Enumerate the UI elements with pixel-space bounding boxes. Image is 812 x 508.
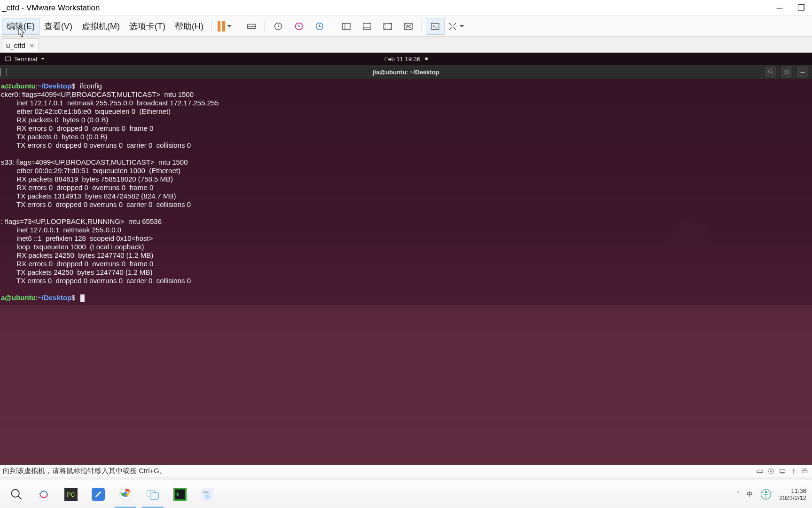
- menu-vm[interactable]: 虚拟机(M): [77, 18, 125, 35]
- gnome-clock[interactable]: Feb 11 19:36: [384, 56, 428, 63]
- tray-accessibility-icon[interactable]: [759, 488, 773, 501]
- menu-help[interactable]: 帮助(H): [170, 18, 208, 35]
- device-network-icon[interactable]: [778, 467, 787, 476]
- terminal-menu-button[interactable]: [781, 66, 792, 78]
- clock-back-icon: [294, 21, 304, 32]
- terminal-titlebar[interactable]: jia@ubuntu: ~/Desktop ─: [0, 65, 812, 79]
- tray-date: 2023/2/12: [779, 494, 806, 501]
- svg-point-29: [205, 494, 210, 500]
- stretch-button[interactable]: [446, 18, 465, 35]
- separator: [265, 20, 265, 32]
- svg-text:LIVE: LIVE: [203, 491, 210, 494]
- device-hdd-icon[interactable]: [756, 467, 764, 476]
- terminal-search-button[interactable]: [765, 66, 776, 78]
- device-cd-icon[interactable]: [767, 467, 775, 476]
- snapshot-take-button[interactable]: [269, 18, 288, 35]
- cursor-icon: [80, 294, 85, 302]
- fullscreen-button[interactable]: [378, 18, 397, 35]
- taskbar-copilot-button[interactable]: [30, 483, 57, 506]
- tray-chevron-icon[interactable]: ˄: [737, 491, 740, 498]
- svg-point-12: [769, 468, 774, 474]
- svg-rect-26: [175, 489, 185, 499]
- vmware-icon: [146, 488, 159, 501]
- keyboard-icon: [246, 21, 257, 32]
- taskbar-chrome-button[interactable]: [112, 483, 139, 506]
- search-icon: [10, 488, 23, 501]
- send-ctrl-alt-del-button[interactable]: [242, 18, 261, 35]
- terminal-output: cker0: flags=4099<UP,BROADCAST,MULTICAST…: [1, 90, 219, 285]
- taskbar-pycharm-button[interactable]: PC: [57, 483, 85, 506]
- terminal-title: jia@ubuntu: ~/Desktop: [373, 69, 439, 76]
- vmware-statusbar: 向到该虚拟机，请将鼠标指针移入其中或按 Ctrl+G。: [0, 465, 812, 477]
- svg-rect-14: [780, 469, 785, 473]
- maximize-button[interactable]: ❐: [790, 0, 812, 16]
- clock-manage-icon: [314, 21, 325, 32]
- svg-point-10: [768, 70, 772, 73]
- terminal-minimize-button[interactable]: ─: [797, 66, 808, 78]
- unity-icon: [403, 21, 414, 32]
- snapshot-manager-button[interactable]: [310, 18, 329, 35]
- gnome-window-indicator: [0, 68, 7, 76]
- svg-rect-4: [343, 23, 351, 29]
- pause-icon: [218, 21, 225, 32]
- menubar: 编辑(E) 查看(V) 虚拟机(M) 选项卡(T) 帮助(H): [0, 16, 812, 37]
- panel-left-icon: [341, 21, 351, 32]
- prompt-symbol: $: [71, 82, 75, 90]
- view-thumbnail-button[interactable]: [358, 18, 376, 35]
- separator: [211, 20, 211, 32]
- vm-tab-ctfd[interactable]: u_ctfd ✕: [2, 38, 39, 52]
- minimize-button[interactable]: ─: [769, 0, 790, 16]
- device-printer-icon[interactable]: [801, 467, 809, 476]
- console-icon: [430, 21, 440, 32]
- hamburger-icon: [783, 69, 790, 75]
- prompt-symbol: $: [71, 294, 75, 302]
- copilot-icon: [37, 488, 50, 501]
- prompt-user: a@ubuntu: [1, 82, 36, 90]
- taskbar-search-button[interactable]: [3, 483, 30, 506]
- menu-view[interactable]: 查看(V): [39, 18, 77, 35]
- close-icon[interactable]: ✕: [29, 42, 35, 49]
- tray-ime-icon[interactable]: 中: [747, 490, 753, 499]
- taskbar-texteditor-button[interactable]: [85, 483, 112, 506]
- svg-rect-8: [431, 23, 439, 29]
- svg-text:PC: PC: [67, 492, 75, 498]
- taskbar-mobaxterm-button[interactable]: [166, 483, 194, 506]
- power-pause-button[interactable]: [215, 18, 234, 35]
- fullscreen-icon: [383, 21, 393, 32]
- vm-tabstrip: u_ctfd ✕: [0, 37, 812, 53]
- view-library-button[interactable]: [337, 18, 356, 35]
- activities-button[interactable]: Terminal: [5, 56, 45, 63]
- svg-rect-5: [363, 23, 371, 29]
- prompt-user: a@ubuntu: [1, 294, 36, 302]
- prompt-path: ~/Desktop: [38, 82, 71, 90]
- command-text: ifconfig: [79, 82, 102, 90]
- svg-point-31: [765, 491, 767, 493]
- guest-viewport[interactable]: Terminal Feb 11 19:36 jia@ubuntu: ~/Desk…: [0, 53, 812, 465]
- tray-clock[interactable]: 11:36 2023/2/12: [779, 487, 806, 501]
- svg-rect-15: [803, 470, 807, 473]
- datetime-text: Feb 11 19:36: [384, 56, 421, 63]
- menu-tabs[interactable]: 选项卡(T): [125, 18, 170, 35]
- svg-point-13: [771, 470, 772, 472]
- activities-label: Terminal: [14, 56, 37, 63]
- console-view-button[interactable]: [426, 18, 445, 35]
- notification-dot-icon: [425, 57, 428, 60]
- windows-taskbar: PC LIVE ˄ 中 11:36 2023/2/12: [0, 480, 812, 508]
- separator: [238, 20, 238, 32]
- svg-rect-24: [150, 492, 159, 499]
- vm-tab-label: u_ctfd: [6, 41, 25, 49]
- chevron-down-icon: [460, 25, 464, 27]
- taskbar-app-button[interactable]: LIVE: [194, 483, 221, 506]
- taskbar-vmware-button[interactable]: [139, 483, 166, 506]
- panel-bottom-icon: [362, 21, 372, 32]
- search-icon: [767, 69, 774, 75]
- device-usb-icon[interactable]: [789, 467, 798, 476]
- unity-button[interactable]: [399, 18, 418, 35]
- terminal-body[interactable]: a@ubuntu:~/Desktop$ ifconfig cker0: flag…: [0, 79, 812, 305]
- gnome-top-panel: Terminal Feb 11 19:36: [0, 53, 812, 65]
- chevron-down-icon: [41, 58, 45, 60]
- pycharm-icon: PC: [64, 488, 78, 501]
- snapshot-revert-button[interactable]: [289, 18, 308, 35]
- texteditor-icon: [92, 488, 105, 501]
- app-icon: LIVE: [201, 488, 214, 501]
